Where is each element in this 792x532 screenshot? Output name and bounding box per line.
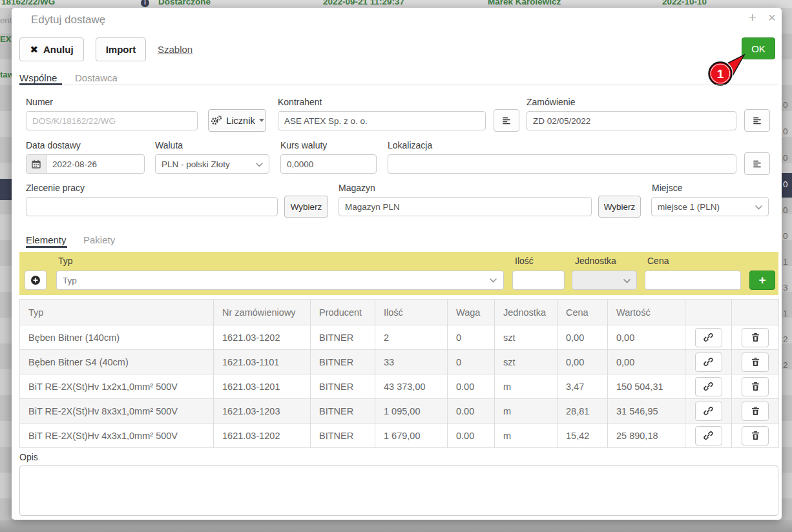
cell-wartosc: 0,00	[608, 325, 685, 350]
bg-person: Marek Karolewicz	[488, 0, 561, 6]
lokalizacja-input[interactable]	[388, 154, 736, 174]
cell-jednostka: m	[495, 424, 558, 448]
background-left-strip: ent EX taw	[0, 8, 12, 520]
table-row: Bęben Bitner (140cm) 1621.03-1202 BITNER…	[20, 325, 779, 350]
zamowienie-input[interactable]	[526, 111, 736, 130]
quick-cena-input[interactable]	[645, 271, 741, 290]
trash-icon	[751, 382, 760, 391]
zlecenie-pracy-input[interactable]	[26, 197, 278, 216]
expand-add-button[interactable]	[25, 271, 47, 290]
cell-ilosc: 2	[375, 325, 448, 350]
bg-datetime: 2022-09-21 11:29:37	[323, 0, 404, 6]
table-row: Bęben Bitner S4 (40cm) 1621.03-1101 BITN…	[20, 350, 779, 374]
data-dostawy-label: Data dostawy	[26, 140, 81, 150]
cell-jednostka: szt	[495, 350, 558, 374]
quick-ilosc-label: Ilość	[515, 256, 534, 266]
cell-typ: Bęben Bitner (140cm)	[20, 325, 214, 350]
lokalizacja-pick-button[interactable]	[744, 152, 770, 175]
close-icon[interactable]: ×	[764, 10, 780, 25]
delete-button[interactable]	[742, 353, 769, 372]
kontrahent-input[interactable]	[278, 111, 486, 130]
list-icon	[502, 116, 511, 125]
list-icon	[753, 159, 762, 169]
cancel-button[interactable]: ✖ Anuluj	[19, 37, 84, 61]
bg-fragment: 0	[783, 153, 788, 163]
info-icon: i	[141, 0, 149, 7]
trash-icon	[751, 332, 760, 342]
cell-typ: Bęben Bitner S4 (40cm)	[20, 350, 214, 374]
cell-jednostka: szt	[495, 325, 558, 350]
cell-ilosc: 1 095,00	[375, 399, 448, 424]
cell-producent: BITNER	[311, 374, 375, 399]
cell-waga: 0	[448, 325, 495, 350]
link-button[interactable]	[695, 328, 722, 347]
cell-ilosc: 33	[375, 350, 448, 374]
background-bottom-strip	[0, 520, 792, 532]
expand-icon[interactable]: +	[744, 10, 761, 25]
delete-button[interactable]	[742, 377, 769, 396]
link-button[interactable]	[695, 353, 722, 372]
bg-selected-row	[0, 179, 12, 200]
link-icon	[703, 431, 713, 440]
cell-ilosc: 43 373,00	[375, 374, 448, 399]
plus-circle-icon	[30, 275, 41, 285]
template-link[interactable]: Szablon	[158, 37, 193, 61]
kurs-waluty-input[interactable]	[280, 154, 377, 174]
cell-cena: 0,00	[558, 325, 608, 350]
link-icon	[703, 406, 713, 416]
bg-fragment: 0	[783, 231, 788, 241]
quick-typ-input[interactable]	[56, 271, 504, 290]
numer-input[interactable]	[26, 111, 198, 130]
table-row: BiT RE-2X(St)Hv 8x3x1,0mm² 500V 1621.03-…	[20, 399, 779, 424]
add-item-button[interactable]: +	[749, 271, 775, 290]
licznik-button[interactable]: Licznik	[208, 109, 266, 132]
tab-dostawca[interactable]: Dostawca	[75, 72, 118, 83]
col-cena: Cena	[558, 300, 608, 325]
chevron-down-icon	[623, 279, 630, 283]
magazyn-input[interactable]	[339, 197, 592, 216]
delete-button[interactable]	[742, 328, 769, 347]
bg-fragment: 2	[783, 334, 788, 344]
dialog-title: Edytuj dostawę	[31, 14, 105, 26]
delete-button[interactable]	[742, 402, 769, 421]
tab-wspolne[interactable]: Wspólne	[19, 72, 57, 83]
opis-label: Opis	[19, 452, 38, 462]
bg-fragment: 0	[783, 100, 788, 110]
import-button[interactable]: Import	[96, 37, 146, 61]
cancel-x-icon: ✖	[30, 44, 38, 56]
cell-typ: BiT RE-2X(St)Hv 4x3x1,0mm² 500V	[20, 424, 214, 448]
delete-button[interactable]	[742, 426, 769, 445]
kontrahent-pick-button[interactable]	[494, 109, 519, 132]
cell-nr: 1621.03-1201	[214, 374, 311, 399]
bg-document-number: 18162/22/WG	[1, 0, 55, 6]
edit-delivery-dialog: Edytuj dostawę + × ✖ Anuluj Import Szabl…	[12, 8, 782, 520]
magazyn-wybierz-button[interactable]: Wybierz	[598, 196, 641, 218]
quick-ilosc-input[interactable]	[512, 271, 565, 290]
zlecenie-wybierz-button[interactable]: Wybierz	[284, 196, 328, 218]
tab-elementy[interactable]: Elementy	[26, 234, 67, 245]
miejsce-selected-value: miejsce 1 (PLN)	[658, 202, 720, 212]
bg-fragment: 0	[783, 127, 788, 136]
zamowienie-pick-button[interactable]	[744, 109, 770, 132]
cell-waga: 0	[448, 350, 495, 374]
chevron-down-icon[interactable]	[490, 278, 497, 283]
col-delete	[732, 300, 779, 325]
cell-nr: 1621.03-1101	[214, 350, 311, 374]
quick-jednostka-select[interactable]	[572, 271, 637, 290]
opis-textarea[interactable]	[19, 466, 778, 516]
table-header-row: Typ Nr zamówieniowy Producent Ilość Waga…	[20, 300, 779, 325]
link-icon	[703, 332, 713, 342]
waluta-select[interactable]: PLN - polski Złoty	[155, 154, 269, 174]
link-button[interactable]	[695, 426, 722, 445]
cell-typ: BiT RE-2X(St)Hv 8x3x1,0mm² 500V	[20, 399, 214, 424]
cell-cena: 28,81	[558, 399, 608, 424]
miejsce-select[interactable]: miejsce 1 (PLN)	[651, 197, 769, 216]
licznik-button-label: Licznik	[226, 116, 255, 126]
link-button[interactable]	[695, 402, 722, 421]
data-dostawy-input[interactable]	[46, 154, 145, 174]
link-button[interactable]	[695, 377, 722, 396]
calendar-addon	[26, 154, 47, 174]
cell-wartosc: 0,00	[608, 350, 685, 374]
tab-pakiety[interactable]: Pakiety	[83, 234, 115, 245]
quick-cena-label: Cena	[647, 256, 669, 266]
